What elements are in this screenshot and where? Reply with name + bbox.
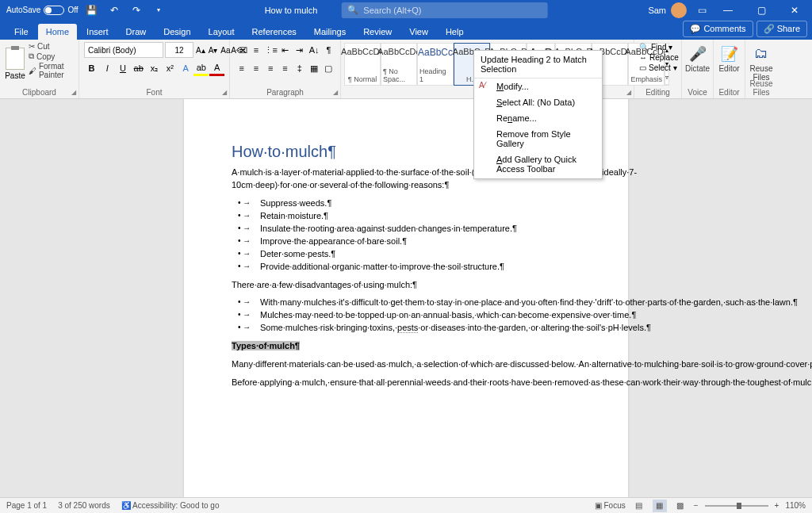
text-effects-button[interactable]: A: [178, 60, 193, 76]
accessibility-status[interactable]: ♿ Accessibility: Good to go: [121, 501, 220, 510]
document-title[interactable]: How to mulch: [265, 6, 318, 15]
align-right-button[interactable]: ≡: [264, 60, 278, 76]
tab-mailings[interactable]: Mailings: [306, 24, 354, 40]
tab-insert[interactable]: Insert: [79, 24, 117, 40]
font-name-input[interactable]: [84, 42, 163, 58]
share-button[interactable]: 🔗 Share: [756, 21, 807, 37]
comments-button[interactable]: 💬 Comments: [683, 21, 753, 37]
autosave-toggle[interactable]: AutoSave Off: [6, 6, 79, 15]
align-left-button[interactable]: ≡: [235, 60, 248, 76]
bullets-button[interactable]: ≔: [235, 42, 248, 58]
style-item[interactable]: AaBbCcDc¶ Normal: [344, 43, 381, 86]
reuse-files-button[interactable]: 🗂 Reuse Files: [750, 42, 772, 82]
shading-button[interactable]: ▦: [307, 60, 320, 76]
zoom-in-button[interactable]: +: [775, 501, 779, 510]
list-item[interactable]: Deter·some·pests.¶: [249, 248, 580, 261]
menu-item-remove[interactable]: Remove from Style Gallery: [474, 126, 602, 151]
strikethrough-button[interactable]: ab: [131, 60, 146, 76]
shrink-font-button[interactable]: A▾: [208, 43, 219, 57]
paste-button[interactable]: Paste: [5, 42, 25, 86]
dialog-launcher-icon[interactable]: ◢: [626, 89, 631, 96]
select-button[interactable]: ▭ Select ▾: [639, 63, 676, 73]
minimize-button[interactable]: —: [712, 0, 744, 20]
tab-draw[interactable]: Draw: [118, 24, 155, 40]
menu-item-select-all[interactable]: Select All: (No Data): [474, 94, 602, 110]
line-spacing-button[interactable]: ‡: [293, 60, 306, 76]
tab-design[interactable]: Design: [155, 24, 198, 40]
font-color-button[interactable]: A: [209, 60, 224, 76]
page-indicator[interactable]: Page 1 of 1: [6, 501, 47, 510]
list-item[interactable]: Suppress·weeds.¶: [249, 197, 580, 210]
font-size-input[interactable]: [165, 42, 193, 58]
read-mode-button[interactable]: ▤: [632, 500, 646, 512]
close-button[interactable]: ✕: [779, 0, 810, 20]
zoom-level[interactable]: 110%: [785, 501, 806, 510]
list-item[interactable]: Provide·additional·organic·matter·to·imp…: [249, 261, 580, 274]
dialog-launcher-icon[interactable]: ◢: [222, 89, 227, 96]
list-item[interactable]: Insulate·the·rooting·area·against·sudden…: [249, 223, 580, 235]
list-item[interactable]: Mulches·may·need·to·be·topped·up·on·an·a…: [249, 309, 580, 322]
menu-item-rename[interactable]: Rename...: [474, 110, 602, 126]
dialog-launcher-icon[interactable]: ◢: [333, 89, 338, 96]
italic-button[interactable]: I: [100, 60, 115, 76]
dialog-launcher-icon[interactable]: ◢: [71, 89, 76, 96]
replace-button[interactable]: ↔ Replace: [639, 52, 676, 63]
list-item[interactable]: With·many·mulches·it's·difficult·to·get·…: [249, 297, 580, 309]
menu-item-update[interactable]: Update Heading 2 to Match Selection: [474, 52, 602, 78]
tab-home[interactable]: Home: [38, 24, 77, 40]
web-layout-button[interactable]: ▩: [673, 500, 688, 512]
tab-references[interactable]: References: [244, 24, 304, 40]
menu-item-modify[interactable]: A⁄Modify...: [474, 78, 602, 94]
ribbon-display-icon[interactable]: ▭: [693, 2, 710, 19]
grow-font-button[interactable]: A▴: [195, 43, 206, 57]
find-button[interactable]: 🔍 Find ▾: [639, 42, 676, 52]
tab-layout[interactable]: Layout: [201, 24, 243, 40]
align-center-button[interactable]: ≡: [249, 60, 262, 76]
account-button[interactable]: Sam: [648, 2, 691, 18]
tab-file[interactable]: File: [6, 24, 36, 40]
format-painter-button[interactable]: 🖌 Format Painter: [29, 62, 74, 79]
word-count[interactable]: 3 of 250 words: [58, 501, 110, 510]
list-item[interactable]: Improve·the·appearance·of·bare·soil.¶: [249, 235, 580, 248]
bold-button[interactable]: B: [84, 60, 99, 76]
zoom-out-button[interactable]: −: [694, 501, 699, 510]
paragraph[interactable]: Many·different·materials·can·be·used·as·…: [232, 358, 580, 371]
menu-item-add-qat[interactable]: Add Gallery to Quick Access Toolbar: [474, 151, 602, 177]
sort-button[interactable]: A↓: [307, 42, 320, 58]
superscript-button[interactable]: x²: [163, 60, 178, 76]
style-item[interactable]: AaBbCcHeading 1: [417, 43, 454, 86]
borders-button[interactable]: ▢: [322, 60, 335, 76]
underline-button[interactable]: U: [116, 60, 131, 76]
maximize-button[interactable]: ▢: [745, 0, 777, 20]
cut-button[interactable]: ✂ Cut: [29, 42, 74, 51]
list-item[interactable]: Some·mulches·risk·bringing·toxins,·pests…: [249, 322, 580, 335]
subscript-button[interactable]: x₂: [147, 60, 162, 76]
tab-view[interactable]: View: [401, 24, 436, 40]
paragraph[interactable]: Before·applying·a·mulch,·ensure·that·all…: [232, 377, 580, 389]
tab-review[interactable]: Review: [355, 24, 400, 40]
tab-help[interactable]: Help: [438, 24, 472, 40]
print-layout-button[interactable]: ▦: [653, 500, 667, 512]
focus-mode-button[interactable]: ▣ Focus: [595, 501, 626, 510]
heading-2-selected[interactable]: Types·of·mulch¶: [232, 340, 580, 353]
redo-icon[interactable]: ↷: [128, 2, 145, 19]
justify-button[interactable]: ≡: [278, 60, 292, 76]
document-area[interactable]: How·to·mulch¶ A·mulch·is·a·layer·of·mate…: [0, 99, 812, 497]
undo-icon[interactable]: ↶: [105, 2, 123, 19]
qat-dropdown-icon[interactable]: ▾: [150, 2, 167, 19]
show-marks-button[interactable]: ¶: [322, 42, 335, 58]
save-icon[interactable]: 💾: [83, 2, 101, 19]
editor-button[interactable]: 📝 Editor: [718, 42, 740, 73]
highlight-button[interactable]: ab: [193, 60, 209, 76]
dictate-button[interactable]: 🎤 Dictate: [687, 42, 708, 73]
zoom-slider[interactable]: [705, 505, 768, 507]
copy-button[interactable]: ⧉ Copy: [29, 52, 74, 61]
style-item[interactable]: AaBbCcDc¶ No Spac...: [381, 43, 417, 86]
increase-indent-button[interactable]: ⇥: [293, 42, 306, 58]
multilevel-button[interactable]: ⋮≡: [264, 42, 278, 58]
list-item[interactable]: Retain·moisture.¶: [249, 210, 580, 223]
search-input[interactable]: 🔍 Search (Alt+Q): [341, 2, 547, 18]
paragraph[interactable]: There·are·a·few·disadvantages·of·using·m…: [232, 279, 580, 292]
decrease-indent-button[interactable]: ⇤: [278, 42, 292, 58]
numbering-button[interactable]: ≡: [249, 42, 262, 58]
